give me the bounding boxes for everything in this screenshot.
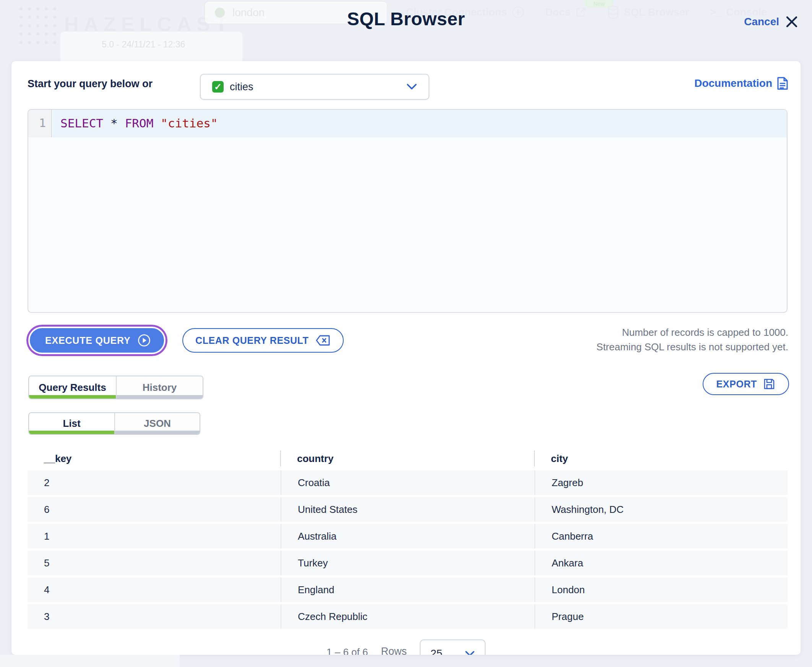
column-header-city: city <box>534 447 787 470</box>
chevron-down-icon <box>465 650 475 655</box>
note-line-2: Streaming SQL results is not supported y… <box>597 340 788 354</box>
cell-country: Croatia <box>281 470 534 495</box>
rows-per-page-value: 25 <box>431 647 442 655</box>
cluster-version-tab: 5.0 - 24/11/21 - 12:36 <box>60 32 242 61</box>
cancel-label[interactable]: Cancel <box>744 16 779 28</box>
page-bottom-band <box>0 655 180 667</box>
sql-keyword: FROM <box>125 116 154 130</box>
column-header-country: country <box>281 447 534 470</box>
save-floppy-icon <box>763 378 775 390</box>
clear-backspace-icon <box>315 335 331 346</box>
cell-country: Turkey <box>281 551 534 575</box>
tab-query-results[interactable]: Query Results <box>29 376 116 398</box>
column-header-key: __key <box>28 447 281 470</box>
sql-keyword: SELECT <box>60 116 103 130</box>
results-tabs: Query Results History <box>28 375 203 399</box>
table-row: 2 Croatia Zagreb <box>28 470 787 495</box>
document-icon <box>777 76 788 90</box>
cell-country: United States <box>281 497 534 522</box>
active-tab-indicator <box>29 395 116 398</box>
cancel-button[interactable]: Cancel <box>744 15 798 28</box>
new-badge: New <box>585 0 613 8</box>
cluster-version-text: 5.0 - 24/11/21 - 12:36 <box>102 40 185 50</box>
cell-key: 3 <box>28 604 281 629</box>
cell-country: Australia <box>281 524 534 548</box>
inactive-tab-indicator <box>117 395 203 398</box>
sql-query-text[interactable]: SELECT*FROM"cities" <box>60 116 218 130</box>
table-row: 3 Czech Republic Prague <box>28 604 787 629</box>
sql-string: "cities" <box>161 116 217 130</box>
results-table: __key country city 2 Croatia Zagreb 6 Un… <box>28 447 787 631</box>
documentation-link[interactable]: Documentation <box>694 76 788 90</box>
export-label: EXPORT <box>716 378 757 390</box>
export-button[interactable]: EXPORT <box>703 373 789 395</box>
checked-map-icon: ✓ <box>212 81 224 93</box>
cell-country: Czech Republic <box>281 604 534 629</box>
table-header-row: __key country city <box>28 447 787 470</box>
close-icon[interactable] <box>785 15 798 28</box>
page-title: SQL Browser <box>0 8 812 30</box>
cell-city: Prague <box>534 604 787 629</box>
table-row: 4 England London <box>28 577 787 602</box>
cell-city: Ankara <box>534 551 787 575</box>
map-select-dropdown[interactable]: ✓ cities <box>200 74 429 100</box>
execute-query-label: EXECUTE QUERY <box>45 335 130 346</box>
clear-query-result-button[interactable]: CLEAR QUERY RESULT <box>182 328 344 353</box>
execute-query-button[interactable]: EXECUTE QUERY <box>28 327 166 354</box>
play-circle-icon <box>137 334 151 347</box>
rows-per-page-label: Rows <box>381 645 407 655</box>
cell-country: England <box>281 577 534 602</box>
pagination-range: 1 – 6 of 6 <box>326 646 368 655</box>
line-number: 1 <box>39 116 46 129</box>
cell-key: 6 <box>28 497 281 522</box>
note-line-1: Number of records is capped to 1000. <box>597 325 788 340</box>
tab-list-view[interactable]: List <box>29 413 114 434</box>
view-mode-tabs: List JSON <box>28 412 201 435</box>
map-select-value: cities <box>230 81 254 93</box>
chevron-down-icon <box>406 83 417 90</box>
query-intro-label: Start your query below or <box>28 78 152 90</box>
clear-query-result-label: CLEAR QUERY RESULT <box>196 335 308 346</box>
sql-browser-panel: Start your query below or ✓ cities Docum… <box>12 61 800 655</box>
table-row: 6 United States Washington, DC <box>28 497 787 522</box>
tab-history[interactable]: History <box>116 376 203 398</box>
table-row: 1 Australia Canberra <box>28 524 787 548</box>
cell-key: 1 <box>28 524 281 548</box>
editor-gutter: 1 <box>28 110 52 137</box>
cell-key: 4 <box>28 577 281 602</box>
cell-city: Washington, DC <box>534 497 787 522</box>
documentation-label[interactable]: Documentation <box>694 77 772 90</box>
cell-key: 2 <box>28 470 281 495</box>
sql-star: * <box>111 116 118 130</box>
cell-city: London <box>534 577 787 602</box>
cell-city: Zagreb <box>534 470 787 495</box>
cell-city: Canberra <box>534 524 787 548</box>
table-row: 5 Turkey Ankara <box>28 551 787 575</box>
records-cap-note: Number of records is capped to 1000. Str… <box>597 325 788 354</box>
inactive-tab-indicator <box>115 431 200 434</box>
pagination-bar: 1 – 6 of 6 Rows 25 <box>12 639 800 655</box>
rows-per-page-select[interactable]: 25 <box>420 639 486 655</box>
sql-editor[interactable]: 1 SELECT*FROM"cities" <box>28 109 787 313</box>
active-tab-indicator <box>29 431 114 434</box>
tab-json-view[interactable]: JSON <box>114 413 200 434</box>
cell-key: 5 <box>28 551 281 575</box>
